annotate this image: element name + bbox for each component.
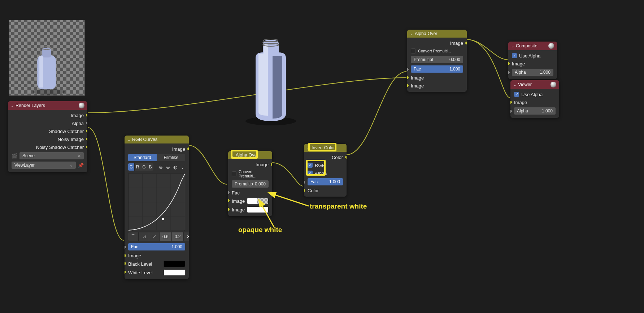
premul-field[interactable]: Premultipl0.000 [411, 56, 463, 63]
output-noisy-image: Noisy Image [58, 137, 84, 142]
scene-field[interactable]: Scene✕ [19, 152, 84, 159]
output-shadow-catcher: Shadow Catcher [49, 129, 84, 134]
channel-g[interactable]: G [141, 163, 148, 171]
node-header[interactable]: ⌄ Viewer [510, 80, 559, 89]
output-noisy-shadow: Noisy Shadow Catcher [36, 145, 84, 150]
convert-checkbox[interactable] [232, 171, 236, 176]
input-white: White Level [128, 270, 153, 275]
zoom-in-icon[interactable]: ⊕ [158, 164, 164, 170]
input-color: Color [308, 188, 319, 193]
chevron-down-icon: ⌄ [127, 138, 130, 142]
node-header[interactable]: ⌄ Render Layers [8, 101, 87, 110]
handle-free-icon[interactable]: ⩗ [149, 232, 160, 241]
input-image: Image [128, 253, 141, 258]
node-header[interactable]: ⌄ RGB Curves [125, 136, 189, 143]
alpha-label: Alpha [315, 171, 327, 176]
chevron-down-icon: ⌄ [511, 44, 514, 48]
chevron-down-icon: ⌄ [69, 163, 73, 168]
node-invert-color[interactable]: ⌄ Invert Color Color ✓RGB ✓Alpha Fac1.00… [304, 144, 347, 197]
alpha-field[interactable]: Alpha1.000 [512, 69, 553, 76]
preview-sphere-icon[interactable] [551, 82, 556, 87]
y-field[interactable]: 0.2 [172, 232, 184, 241]
chevron-down-icon: ⌄ [11, 104, 14, 108]
chevron-down-icon: ⌄ [231, 153, 234, 157]
node-header[interactable]: ⌄ Invert Color [304, 144, 347, 152]
input-image: Image [512, 61, 525, 67]
alpha-field[interactable]: Alpha1.000 [514, 107, 556, 115]
fac-field[interactable]: Fac1.000 [308, 178, 343, 185]
dropdown-icon[interactable]: ⌄ [179, 164, 185, 170]
delete-point-button[interactable]: ✕ [184, 232, 189, 241]
svg-point-4 [32, 89, 65, 95]
input-image-1: Image [232, 198, 245, 204]
node-render-layers[interactable]: ⌄ Render Layers Image Alpha Shadow Catch… [8, 101, 87, 172]
viewlayer-field[interactable]: ViewLayer⌄ [12, 162, 76, 169]
input-fac: Fac [232, 190, 240, 196]
convert-checkbox[interactable] [411, 48, 416, 53]
channel-c[interactable]: C [128, 163, 135, 171]
input-image-2: Image [232, 207, 245, 213]
x-field[interactable]: 0.6 [160, 232, 172, 241]
preview-sphere-icon[interactable] [548, 43, 554, 49]
svg-rect-3 [39, 56, 43, 87]
output-image: Image [172, 146, 185, 152]
handle-type-row[interactable]: ⌒ ⩘ ⩗ 0.6 0.2 ✕ [128, 232, 185, 241]
node-header[interactable]: ⌄ Composite [508, 42, 557, 50]
image2-swatch[interactable] [247, 206, 269, 213]
wrench-icon[interactable]: ◐ [172, 164, 178, 170]
input-image: Image [514, 100, 527, 105]
node-header[interactable]: ⌄ Alpha Over [407, 30, 467, 38]
preview-sphere-icon[interactable] [79, 103, 84, 108]
node-viewer[interactable]: ⌄ Viewer ✓Use Alpha Image Alpha1.000 [510, 80, 559, 118]
handle-vector-icon[interactable]: ⩘ [139, 232, 149, 241]
node-composite[interactable]: ⌄ Composite ✓Use Alpha Image Alpha1.000 [508, 42, 557, 79]
channel-b[interactable]: B [147, 163, 153, 171]
rgb-checkbox[interactable]: ✓ [308, 163, 313, 168]
node-rgb-curves[interactable]: ⌄ RGB Curves Image Standard Filmlike C R… [125, 136, 189, 279]
use-alpha-label: Use Alpha [519, 53, 540, 59]
input-image-1: Image [411, 75, 424, 81]
use-alpha-checkbox[interactable]: ✓ [514, 92, 519, 97]
svg-line-16 [274, 194, 309, 206]
input-image-2: Image [411, 83, 424, 89]
white-swatch[interactable] [164, 269, 185, 276]
channel-tabs[interactable]: C R G B [128, 163, 153, 171]
chevron-down-icon: ⌄ [307, 146, 310, 150]
annotation-opaque: opaque white [238, 226, 282, 234]
node-title: Render Layers [16, 103, 45, 108]
tone-tabs[interactable]: Standard Filmlike [128, 154, 185, 161]
image1-swatch[interactable] [247, 198, 269, 204]
annotation-transparent: transparent white [310, 202, 367, 210]
output-alpha: Alpha [72, 121, 84, 126]
premul-field[interactable]: Premultip0.000 [232, 180, 269, 188]
node-alpha-over-1[interactable]: ⌄ Alpha Over Image Convert Premulti... P… [228, 151, 272, 216]
chevron-down-icon: ⌄ [410, 32, 413, 36]
tab-filmlike[interactable]: Filmlike [157, 154, 186, 161]
node-header[interactable]: ⌄ Alpha Over [228, 151, 272, 159]
handle-auto-icon[interactable]: ⌒ [128, 232, 139, 241]
pin-icon[interactable]: 📌 [78, 163, 84, 168]
curve-editor[interactable] [128, 173, 185, 231]
fac-field[interactable]: Fac1.000 [411, 65, 463, 73]
svg-rect-15 [162, 218, 164, 220]
scene-icon: 🎬 [12, 153, 17, 159]
convert-label: Convert Premulti... [418, 49, 451, 53]
fac-field[interactable]: Fac1.000 [128, 243, 185, 250]
output-color: Color [332, 155, 343, 160]
black-swatch[interactable] [164, 261, 185, 267]
node-title: Invert Color [312, 145, 335, 150]
node-title: Alpha Over [415, 31, 438, 36]
use-alpha-checkbox[interactable]: ✓ [512, 53, 517, 58]
node-title: Viewer [518, 82, 532, 87]
output-image: Image [450, 40, 463, 46]
output-image: Image [71, 113, 84, 118]
node-alpha-over-2[interactable]: ⌄ Alpha Over Image Convert Premulti... P… [407, 30, 467, 92]
zoom-out-icon[interactable]: ⊖ [165, 164, 171, 170]
node-title: Alpha Over [236, 153, 258, 158]
tab-standard[interactable]: Standard [128, 154, 157, 161]
close-icon[interactable]: ✕ [77, 153, 81, 158]
alpha-checkbox[interactable]: ✓ [308, 171, 313, 176]
channel-r[interactable]: R [135, 163, 141, 171]
input-black: Black Level [128, 261, 152, 267]
rgb-label: RGB [315, 163, 325, 168]
